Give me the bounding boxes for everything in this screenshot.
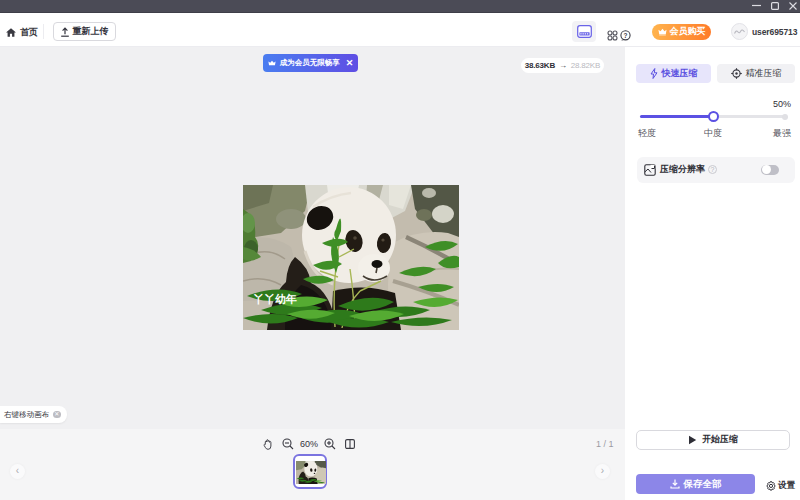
- svg-text:?: ?: [624, 32, 628, 39]
- svg-text:丫丫幼年: 丫丫幼年: [253, 293, 297, 305]
